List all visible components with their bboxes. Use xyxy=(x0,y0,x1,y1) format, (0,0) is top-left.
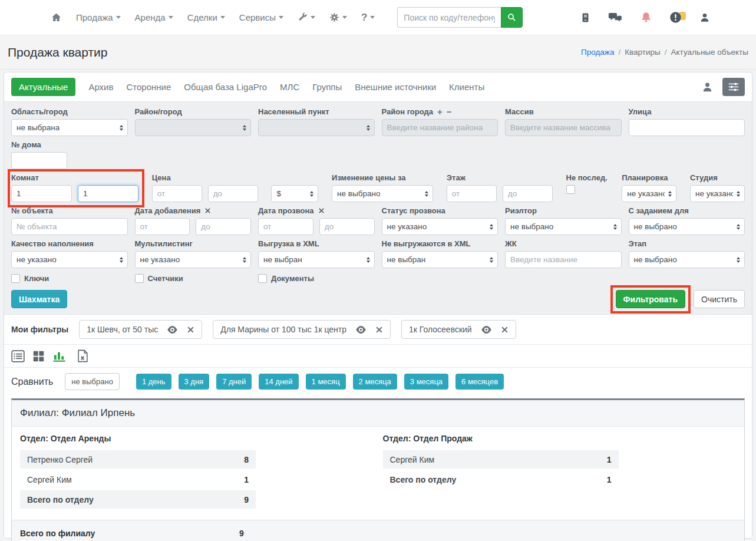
not-in-xml-select[interactable]: не выбран xyxy=(382,251,499,268)
nav-item-servisy[interactable]: Сервисы xyxy=(239,12,283,22)
add-district-icon[interactable]: + xyxy=(437,107,443,116)
tab-mls[interactable]: МЛС xyxy=(280,82,299,92)
breadcrumb-separator: / xyxy=(665,48,667,57)
tab-obshchaya-baza[interactable]: Общая база LigaPro xyxy=(184,82,267,92)
region-select[interactable]: не выбрана xyxy=(11,119,128,136)
messages-button[interactable] xyxy=(608,12,623,24)
compare-period-chip[interactable]: 3 дня xyxy=(179,374,210,390)
remove-filter-icon[interactable] xyxy=(501,326,509,334)
nav-item-prodazha[interactable]: Продажа xyxy=(76,12,121,22)
breadcrumb-kvartiry[interactable]: Квартиры xyxy=(625,48,661,57)
price-to-input[interactable] xyxy=(208,185,258,202)
keys-checkbox-row[interactable]: Ключи xyxy=(11,274,128,283)
search-input[interactable] xyxy=(397,7,501,28)
rooms-to-input[interactable] xyxy=(78,185,138,202)
saved-filter-chip[interactable]: 1к Голосеевский xyxy=(401,320,516,339)
compare-none-chip[interactable]: не выбрано xyxy=(65,373,120,390)
residential-complex-input[interactable] xyxy=(505,251,622,268)
chess-button[interactable]: Шахматка xyxy=(11,290,67,308)
alerts-button[interactable] xyxy=(669,11,682,24)
journal-button[interactable] xyxy=(580,12,590,24)
search-button[interactable] xyxy=(501,7,523,28)
saved-filter-chip[interactable]: Для Марины от 100 тыс 1к центр xyxy=(213,320,391,339)
date-added-from-input[interactable] xyxy=(135,218,190,235)
price-change-select[interactable]: не выбрано xyxy=(332,185,433,202)
documents-checkbox[interactable] xyxy=(258,274,267,283)
compare-period-chip[interactable]: 3 месяца xyxy=(404,374,448,390)
meters-checkbox[interactable] xyxy=(135,274,144,283)
user-icon[interactable] xyxy=(702,81,713,93)
not-last-checkbox[interactable] xyxy=(566,185,575,194)
select-arrows-icon xyxy=(613,224,617,230)
toggle-filters-button[interactable] xyxy=(722,78,745,96)
date-called-from-input[interactable] xyxy=(258,218,313,235)
meters-checkbox-row[interactable]: Счетчики xyxy=(135,274,252,283)
tab-aktualnye[interactable]: Актуальные xyxy=(11,78,75,96)
multilisting-select[interactable]: не указано xyxy=(135,251,252,268)
nav-item-arenda[interactable]: Аренда xyxy=(135,12,173,22)
field-not-last: Не послед. xyxy=(566,173,609,202)
studio-select[interactable]: не указано xyxy=(690,185,745,202)
documents-checkbox-row[interactable]: Документы xyxy=(258,274,375,283)
date-added-to-input[interactable] xyxy=(196,218,251,235)
keys-checkbox[interactable] xyxy=(11,274,20,283)
compare-period-chip[interactable]: 6 месяцев xyxy=(455,374,504,390)
excel-export-icon[interactable] xyxy=(77,349,88,362)
list-view-icon[interactable] xyxy=(11,350,25,362)
tab-storonnie[interactable]: Сторонние xyxy=(126,82,171,92)
currency-select[interactable]: $ xyxy=(271,185,318,202)
stage-select[interactable]: не выбрано xyxy=(629,251,745,268)
clear-date-called-icon[interactable] xyxy=(318,207,325,214)
house-no-input[interactable] xyxy=(11,152,67,169)
price-from-input[interactable] xyxy=(152,185,202,202)
street-input[interactable] xyxy=(629,119,745,136)
call-status-select[interactable]: не указано xyxy=(382,218,499,235)
notifications-button[interactable] xyxy=(641,11,652,24)
eye-icon[interactable] xyxy=(355,325,367,334)
floor-from-input[interactable] xyxy=(447,185,497,202)
remove-district-icon[interactable]: − xyxy=(447,107,452,116)
nav-item-tools[interactable] xyxy=(298,12,315,22)
remove-filter-icon[interactable] xyxy=(187,326,194,334)
realtor-select[interactable]: не выбрано xyxy=(505,218,622,235)
field-label: Не выгружаются в XML xyxy=(382,239,499,248)
clear-date-added-icon[interactable] xyxy=(204,207,211,214)
grid-view-icon[interactable] xyxy=(32,350,45,362)
question-icon: ? xyxy=(361,12,367,24)
tab-arhiv[interactable]: Архив xyxy=(88,82,113,92)
chart-view-icon[interactable] xyxy=(52,350,66,362)
saved-filter-chip[interactable]: 1к Шевч, от 50 тыс xyxy=(79,320,202,339)
compare-period-chip[interactable]: 7 дней xyxy=(216,374,252,390)
view-toolbar xyxy=(4,344,752,367)
object-no-input[interactable] xyxy=(11,218,128,235)
compare-period-chip[interactable]: 1 месяц xyxy=(306,374,346,390)
tab-gruppy[interactable]: Группы xyxy=(312,82,342,92)
nav-item-settings[interactable] xyxy=(329,12,347,22)
clear-button[interactable]: Очистить xyxy=(694,290,745,308)
fill-quality-select[interactable]: не указано xyxy=(11,251,128,268)
xml-upload-select[interactable]: не выбран xyxy=(258,251,375,268)
compare-period-chip[interactable]: 2 месяца xyxy=(353,374,397,390)
total-label: Всего по отделу xyxy=(390,475,457,484)
tab-klienty[interactable]: Клиенты xyxy=(449,82,484,92)
profile-button[interactable] xyxy=(699,12,710,24)
remove-filter-icon[interactable] xyxy=(375,326,383,334)
nav-item-help[interactable]: ? xyxy=(361,12,375,24)
home-button[interactable] xyxy=(51,12,62,22)
with-task-for-select[interactable]: не выбрано xyxy=(629,218,745,235)
compare-period-chip[interactable]: 1 день xyxy=(136,374,171,390)
field-label: Этаж xyxy=(447,173,553,182)
eye-icon[interactable] xyxy=(167,325,178,334)
field-label: Изменение цены за xyxy=(332,173,433,182)
layout-select[interactable]: не указано xyxy=(622,185,676,202)
filter-button[interactable]: Фильтровать xyxy=(616,290,685,308)
compare-period-chip[interactable]: 14 дней xyxy=(259,374,298,390)
tab-vneshnie-istochniki[interactable]: Внешние источники xyxy=(355,82,436,92)
eye-icon[interactable] xyxy=(481,325,492,334)
rooms-from-input[interactable] xyxy=(11,185,72,202)
nav-item-sdelki[interactable]: Сделки xyxy=(187,12,225,22)
table-row: Петренко Сергей8 xyxy=(20,450,256,469)
floor-to-input[interactable] xyxy=(503,185,553,202)
date-called-to-input[interactable] xyxy=(319,218,375,235)
breadcrumb-prodazha[interactable]: Продажа xyxy=(581,48,614,57)
